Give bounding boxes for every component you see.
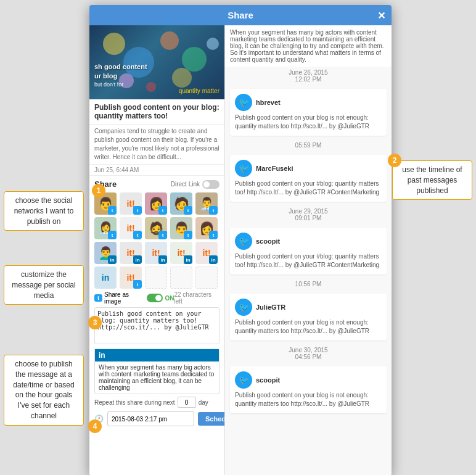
twitter-badge: t	[209, 231, 218, 239]
linkedin-badge: in	[158, 255, 167, 264]
twitter-badge: t	[108, 206, 117, 215]
timeline-text: Publish good content on your blog is not…	[235, 391, 382, 408]
social-item[interactable]: 👩‍💼 t	[94, 217, 117, 239]
timeline-item: 🐦 MarcFuseki Publish good content on you…	[230, 155, 387, 202]
social-item[interactable]: it! in	[195, 242, 218, 264]
timeline-item-header: 🐦 MarcFuseki	[235, 160, 382, 177]
social-item	[195, 266, 218, 289]
callout-4-text: choose to publish the message at a date/…	[13, 360, 74, 420]
social-item	[145, 266, 167, 289]
repeat-input[interactable]	[178, 397, 196, 408]
social-item[interactable]: it! in	[145, 242, 167, 264]
twitter-badge: t	[209, 206, 218, 215]
char-count: 22 characters left	[174, 291, 220, 305]
social-grid-row3: 👨‍🦱 in it! in it! in it! in	[94, 242, 220, 264]
callout-1: choose the social networks I want to pub…	[4, 191, 84, 231]
callout-2-text: use the timeline of past messages publis…	[402, 165, 462, 195]
modal-header: Share ✕	[89, 5, 392, 25]
twitter-badge: t	[184, 206, 192, 215]
social-item[interactable]: 👨 t	[170, 217, 192, 239]
timeline-item-header: 🐦 hbrevet	[235, 94, 382, 111]
social-item[interactable]: 👩 t	[145, 192, 167, 215]
twitter-label: t	[94, 294, 102, 302]
compose-textarea[interactable]	[94, 307, 220, 344]
post-excerpt: Companies tend to struggle to create and…	[89, 125, 224, 165]
twitter-badge: t	[133, 206, 142, 215]
direct-link-area: Direct Link	[171, 180, 220, 189]
share-as-image-label: Share as image	[104, 291, 145, 305]
timeline-date-5: June 30, 201504:56 PM	[225, 344, 392, 363]
left-panel: sh good contentur blog but don't for qua…	[89, 25, 225, 475]
timeline-text: Publish good content on your blog is not…	[235, 114, 382, 131]
compose-area: t Share as image ON 22 characters left i…	[94, 291, 220, 426]
linkedin-badge: in	[209, 255, 218, 264]
post-image: sh good contentur blog but don't for qua…	[89, 25, 224, 99]
twitter-avatar: 🐦	[235, 160, 252, 177]
timeline-time-4: 10:56 PM	[225, 278, 392, 290]
social-item[interactable]: in	[94, 266, 117, 289]
share-as-image: t Share as image ON	[94, 291, 174, 305]
callout-2: use the timeline of past messages publis…	[392, 160, 472, 200]
direct-link-toggle[interactable]	[202, 180, 220, 189]
direct-link-label: Direct Link	[171, 181, 200, 188]
close-button[interactable]: ✕	[377, 9, 385, 21]
twitter-badge: t	[184, 231, 192, 239]
twitter-avatar: 🐦	[235, 299, 252, 316]
post-title: Publish good content on your blog: quant…	[89, 99, 224, 125]
social-grid-row2: 👩‍💼 t it! t 🧔 t 👨 t	[94, 217, 220, 239]
twitter-badge: t	[158, 206, 167, 215]
badge-3: 3	[88, 316, 102, 329]
twitter-badge: t	[158, 231, 167, 239]
modal-title: Share	[228, 10, 253, 20]
linkedin-badge: in	[133, 255, 142, 264]
social-item[interactable]: 🧑 t	[170, 192, 192, 215]
image-text-3: quantity matter	[94, 88, 220, 94]
timeline-text: Publish good content on your blog is not…	[235, 318, 382, 336]
datetime-input[interactable]	[107, 411, 194, 426]
compose-toolbar: t Share as image ON 22 characters left	[94, 291, 220, 305]
callout-1-text: choose the social networks I want to pub…	[14, 196, 74, 226]
repeat-unit: day	[199, 399, 208, 406]
share-header: Share Direct Link	[94, 180, 220, 189]
image-overlay: sh good contentur blog but don't for qua…	[89, 25, 224, 99]
social-item[interactable]: it! t	[120, 217, 142, 239]
social-item[interactable]: it! t	[120, 192, 142, 215]
timeline-username: MarcFuseki	[256, 165, 293, 172]
repeat-row: Repeat this share during next day	[94, 397, 220, 408]
timeline-item-header: 🐦 scoopit	[235, 233, 382, 250]
linkedin-body[interactable]: When your segment has many big actors wi…	[95, 361, 219, 394]
schedule-button[interactable]: Schedule	[198, 412, 225, 426]
social-item[interactable]: 👩 t	[195, 217, 218, 239]
image-text-2: but don't for	[94, 81, 220, 88]
right-panel: When your segment has many big actors wi…	[225, 25, 392, 475]
timeline-item: 🐦 scoopit Publish good content on your b…	[230, 366, 387, 413]
linkedin-icon: in	[99, 351, 105, 360]
social-item[interactable]: 👨‍💼 t	[195, 192, 218, 215]
repeat-label: Repeat this share during next	[94, 399, 175, 406]
twitter-badge: t	[133, 280, 142, 289]
image-text-1: sh good contentur blog	[94, 62, 220, 80]
timeline-date-1: June 26, 201512:02 PM	[225, 67, 392, 85]
badge-1: 1	[92, 184, 105, 197]
timeline-username: JulieGTR	[256, 304, 285, 311]
timeline-text: Publish good content on your #blog: quan…	[235, 180, 382, 197]
badge-2: 2	[388, 154, 401, 167]
timeline-item: 🐦 scoopit Publish good content on your #…	[230, 228, 387, 275]
social-item[interactable]: it! t	[120, 266, 142, 289]
timeline-username: scoopit	[256, 238, 280, 245]
social-item[interactable]: 👨‍🦱 in	[94, 242, 117, 264]
social-item[interactable]: it! in	[120, 242, 142, 264]
modal-body: sh good contentur blog but don't for qua…	[89, 25, 392, 475]
share-as-image-toggle[interactable]	[147, 294, 163, 302]
twitter-avatar: 🐦	[235, 233, 252, 250]
badge-4: 4	[88, 419, 102, 433]
twitter-badge: t	[133, 231, 142, 239]
top-partial-text: When your segment has many big actors wi…	[225, 25, 392, 67]
social-grid-row1: 👨 t it! t 👩 t 🧑	[94, 192, 220, 215]
timeline-item: 🐦 JulieGTR Publish good content on your …	[230, 294, 387, 341]
social-item[interactable]: it! in	[170, 242, 192, 264]
social-item[interactable]: 🧔 t	[145, 217, 167, 239]
twitter-avatar: 🐦	[235, 94, 252, 111]
timeline-time-2: 05:59 PM	[225, 139, 392, 151]
callout-3: customize the message per social media	[4, 265, 84, 305]
